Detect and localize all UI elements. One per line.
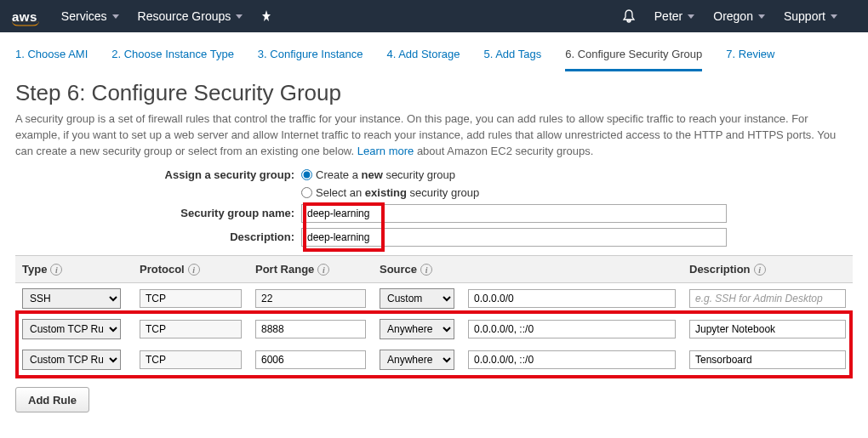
nav-resource-groups[interactable]: Resource Groups <box>138 9 243 23</box>
radio-create-new-text: Create a new security group <box>316 168 455 181</box>
protocol-field <box>140 289 242 308</box>
nav-region-label: Oregon <box>713 9 753 23</box>
bell-icon[interactable] <box>622 9 636 23</box>
chevron-down-icon <box>236 14 243 19</box>
wizard-steps: 1. Choose AMI 2. Choose Instance Type 3.… <box>15 44 853 71</box>
radio-select-existing-text: Select an existing security group <box>316 186 479 199</box>
info-icon[interactable]: i <box>50 264 62 276</box>
wizard-step-2[interactable]: 2. Choose Instance Type <box>111 44 234 71</box>
protocol-field <box>140 350 242 369</box>
source-select[interactable]: Custom <box>380 288 454 309</box>
info-icon[interactable]: i <box>754 264 766 276</box>
sg-name-input[interactable] <box>301 204 727 223</box>
sg-desc-label: Description: <box>15 230 301 243</box>
rules-table: Typei Protocoli Port Rangei Sourcei Desc… <box>15 255 853 376</box>
rule-desc-field[interactable] <box>689 289 846 308</box>
sg-name-label: Security group name: <box>15 207 301 219</box>
chevron-down-icon <box>112 14 119 19</box>
nav-resource-groups-label: Resource Groups <box>138 9 231 23</box>
info-icon[interactable]: i <box>420 264 432 276</box>
protocol-field <box>140 320 242 338</box>
chevron-down-icon <box>688 14 694 19</box>
chevron-down-icon <box>831 14 837 19</box>
top-nav: aws Services Resource Groups Peter Orego… <box>0 0 868 32</box>
wizard-step-4[interactable]: 4. Add Storage <box>386 44 460 71</box>
port-field[interactable] <box>255 350 366 369</box>
radio-create-new-input[interactable] <box>301 169 312 180</box>
wizard-step-1[interactable]: 1. Choose AMI <box>15 44 88 71</box>
wizard-step-7[interactable]: 7. Review <box>726 44 774 71</box>
nav-services-label: Services <box>61 9 107 23</box>
col-desc: Descriptioni <box>682 255 853 283</box>
nav-support[interactable]: Support <box>784 9 837 23</box>
assign-sg-label: Assign a security group: <box>15 168 301 181</box>
radio-create-new[interactable]: Create a new security group <box>301 168 455 181</box>
source-select[interactable]: Anywhere <box>380 319 454 339</box>
col-port: Port Rangei <box>248 255 373 283</box>
source-value-field[interactable] <box>468 289 676 308</box>
rule-desc-field[interactable] <box>689 320 846 338</box>
info-icon[interactable]: i <box>188 264 200 276</box>
learn-more-link[interactable]: Learn more <box>357 145 414 157</box>
wizard-step-6[interactable]: 6. Configure Security Group <box>565 44 702 71</box>
radio-select-existing-input[interactable] <box>301 187 312 198</box>
col-source: Sourcei <box>373 255 682 283</box>
page-title: Step 6: Configure Security Group <box>15 80 853 106</box>
pin-icon[interactable] <box>261 10 271 22</box>
page-description: A security group is a set of firewall ru… <box>15 111 853 160</box>
wizard-step-5[interactable]: 5. Add Tags <box>483 44 541 71</box>
col-type: Typei <box>15 255 133 283</box>
sg-desc-input[interactable] <box>301 228 727 247</box>
source-value-field[interactable] <box>468 350 676 369</box>
port-field <box>255 289 366 308</box>
add-rule-button[interactable]: Add Rule <box>15 387 89 412</box>
nav-services[interactable]: Services <box>61 9 119 23</box>
type-select[interactable]: SSH <box>22 288 121 309</box>
nav-support-label: Support <box>784 9 825 23</box>
nav-region[interactable]: Oregon <box>713 9 765 23</box>
aws-logo[interactable]: aws <box>12 9 37 24</box>
wizard-step-3[interactable]: 3. Configure Instance <box>258 44 363 71</box>
nav-user-label: Peter <box>654 9 682 23</box>
source-select[interactable]: Anywhere <box>380 350 454 370</box>
info-icon[interactable]: i <box>317 264 329 276</box>
type-select[interactable]: Custom TCP Rule <box>22 350 121 370</box>
chevron-down-icon <box>758 14 765 19</box>
table-row: SSHCustom <box>15 283 853 315</box>
source-value-field[interactable] <box>468 320 676 338</box>
rule-desc-field[interactable] <box>689 350 846 369</box>
table-row: Custom TCP RuleAnywhere <box>15 314 853 344</box>
table-row: Custom TCP RuleAnywhere <box>15 344 853 375</box>
type-select[interactable]: Custom TCP Rule <box>22 319 121 339</box>
nav-user[interactable]: Peter <box>654 9 694 23</box>
radio-select-existing[interactable]: Select an existing security group <box>301 186 479 199</box>
port-field[interactable] <box>255 320 366 338</box>
col-protocol: Protocoli <box>133 255 248 283</box>
desc-text-b: about Amazon EC2 security groups. <box>414 145 593 157</box>
